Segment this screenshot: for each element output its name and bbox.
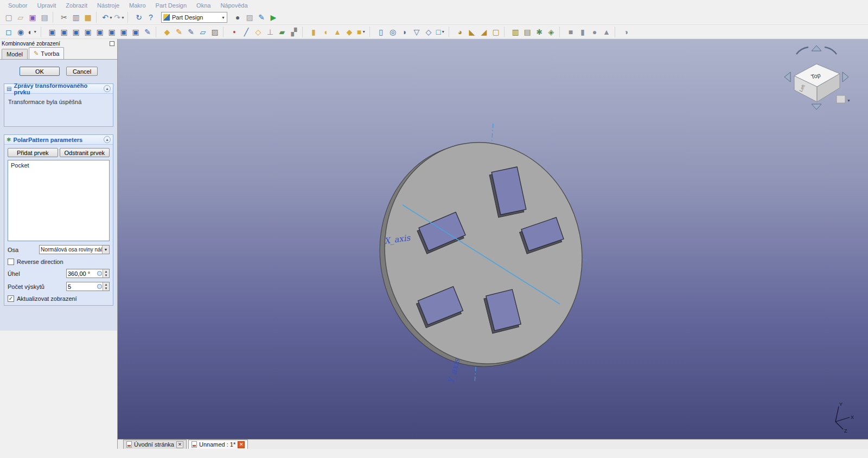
right-view-icon[interactable]: ▣: [94, 26, 106, 38]
collapse-icon[interactable]: ▴: [104, 136, 111, 143]
additive-loft-icon[interactable]: ▲: [331, 26, 343, 38]
hole-icon[interactable]: ◎: [387, 26, 399, 38]
new-file-icon[interactable]: ▢: [3, 11, 15, 23]
subtractive-loft-icon[interactable]: ▽: [411, 26, 423, 38]
collapse-icon[interactable]: ▴: [104, 85, 111, 92]
additive-pipe-icon[interactable]: ◆: [343, 26, 355, 38]
save-icon[interactable]: ▣: [27, 11, 39, 23]
document-tab[interactable]: Úvodní stránka✕: [123, 440, 187, 449]
primitive-box-icon[interactable]: ■: [565, 26, 577, 38]
ok-button[interactable]: OK: [20, 67, 60, 76]
cut-icon[interactable]: ✂: [58, 11, 70, 23]
checkbox-icon[interactable]: [8, 259, 14, 265]
bottom-view-icon[interactable]: ▣: [118, 26, 130, 38]
add-feature-button[interactable]: Přidat prvek: [8, 148, 58, 157]
datum-line-icon[interactable]: ╱: [240, 26, 252, 38]
expression-icon[interactable]: [97, 284, 102, 289]
front-view-icon[interactable]: ▣: [70, 26, 82, 38]
undo-icon[interactable]: ↶▼: [101, 11, 113, 23]
panel-float-button[interactable]: [110, 41, 114, 46]
navcube-settings-button[interactable]: [837, 95, 845, 103]
pocket-icon[interactable]: ▯: [375, 26, 387, 38]
print-icon[interactable]: ▤: [39, 11, 50, 23]
thickness-icon[interactable]: ▢: [490, 26, 502, 38]
subtractive-primitive-icon[interactable]: □▼: [435, 26, 446, 38]
fillet-icon[interactable]: ◕: [454, 26, 466, 38]
polar-pattern-icon[interactable]: ✱: [533, 26, 545, 38]
navcube-up-arrow[interactable]: [812, 46, 821, 51]
shape-binder-icon[interactable]: ▰: [276, 26, 288, 38]
navcube-down-arrow[interactable]: [812, 104, 821, 109]
3d-viewport[interactable]: X_axis Y_axis Top Left ▼: [118, 39, 868, 439]
close-icon[interactable]: ✕: [176, 441, 183, 448]
draw-style-icon[interactable]: ◐▼: [27, 26, 39, 38]
close-icon[interactable]: ✕: [238, 441, 245, 448]
whats-this-icon[interactable]: ?: [145, 11, 157, 23]
material-sphere-icon[interactable]: ●: [232, 11, 244, 23]
menu-item[interactable]: Okna: [192, 1, 215, 10]
chevron-down-icon[interactable]: ▼: [102, 246, 109, 254]
left-view-icon[interactable]: ▣: [130, 26, 142, 38]
spin-down-icon[interactable]: ▼: [103, 274, 109, 278]
polar-pattern-section-header[interactable]: ✱ PolarPattern parameters ▴: [4, 135, 113, 145]
isometric-view-icon[interactable]: ▣: [58, 26, 70, 38]
open-file-icon[interactable]: ▱: [15, 11, 27, 23]
document-tab[interactable]: Unnamed : 1*✕: [188, 440, 248, 449]
expression-icon[interactable]: [97, 271, 102, 276]
spin-up-icon[interactable]: ▲: [103, 269, 109, 274]
menu-item[interactable]: Upravit: [32, 1, 61, 10]
datum-point-icon[interactable]: •: [228, 26, 240, 38]
linear-pattern-icon[interactable]: ▤: [521, 26, 533, 38]
boolean-icon[interactable]: ◑: [620, 26, 632, 38]
macro-editor-icon[interactable]: ✎: [256, 11, 267, 23]
clone-icon[interactable]: ▞: [288, 26, 300, 38]
draft-icon[interactable]: ◢: [478, 26, 490, 38]
top-view-icon[interactable]: ▣: [82, 26, 94, 38]
spin-up-icon[interactable]: ▲: [103, 282, 109, 287]
cancel-button[interactable]: Cancel: [66, 67, 98, 76]
edit-sketch-icon[interactable]: ✎: [185, 26, 197, 38]
chamfer-icon[interactable]: ◣: [466, 26, 478, 38]
navcube-left-arrow[interactable]: [784, 72, 790, 82]
menu-item[interactable]: Makro: [124, 1, 151, 10]
menu-item[interactable]: Soubor: [3, 1, 32, 10]
menu-item[interactable]: Nápověda: [215, 1, 252, 10]
rear-view-icon[interactable]: ▣: [106, 26, 118, 38]
angle-spinbox[interactable]: ▲▼: [66, 269, 110, 278]
refresh-icon[interactable]: ↻: [133, 11, 145, 23]
copy-icon[interactable]: ▥: [70, 11, 82, 23]
navcube-rotate-ccw-arrow[interactable]: [796, 47, 808, 54]
messages-section-header[interactable]: ▤ Zprávy transformovaného prvku ▴: [4, 84, 113, 94]
fit-all-icon[interactable]: ▣: [46, 26, 58, 38]
menu-item[interactable]: Nástroje: [92, 1, 124, 10]
workbench-selector[interactable]: Part Design ▼: [161, 12, 227, 23]
feature-list-item[interactable]: Pocket: [11, 162, 106, 169]
zoom-icon[interactable]: ◉: [15, 26, 27, 38]
checkbox-icon[interactable]: ✓: [8, 295, 14, 302]
redo-icon[interactable]: ↷▼: [113, 11, 125, 23]
spin-down-icon[interactable]: ▼: [103, 287, 109, 291]
angle-input[interactable]: [67, 270, 97, 277]
map-sketch-icon[interactable]: ▱: [197, 26, 209, 38]
revolution-icon[interactable]: ◖: [320, 26, 331, 38]
create-sketch-icon[interactable]: ✎: [173, 26, 185, 38]
remove-feature-button[interactable]: Odstranit prvek: [60, 148, 110, 157]
feature-list[interactable]: Pocket: [8, 160, 110, 241]
create-body-icon[interactable]: ◆: [161, 26, 173, 38]
tab-tvorba[interactable]: ✎ Tvorba: [29, 47, 64, 59]
primitive-sphere-icon[interactable]: ●: [589, 26, 601, 38]
multitransform-icon[interactable]: ◈: [545, 26, 557, 38]
select-area-icon[interactable]: ◻: [3, 26, 15, 38]
appearance-box-icon[interactable]: ▨: [244, 11, 256, 23]
angle-spin-buttons[interactable]: ▲▼: [103, 269, 109, 278]
primitive-cone-icon[interactable]: ▲: [601, 26, 612, 38]
pad-icon[interactable]: ▮: [308, 26, 320, 38]
navcube-right-arrow[interactable]: [843, 72, 848, 82]
validate-sketch-icon[interactable]: ▨: [209, 26, 221, 38]
subtractive-pipe-icon[interactable]: ◇: [423, 26, 435, 38]
occurrences-spin-buttons[interactable]: ▲▼: [103, 282, 109, 291]
navigation-cube[interactable]: Top Left ▼: [784, 46, 851, 109]
axis-select[interactable]: Normálová osa roviny náčrtu ▼: [39, 245, 110, 254]
chevron-down-icon[interactable]: ▼: [847, 99, 851, 102]
occurrences-spinbox[interactable]: ▲▼: [66, 282, 110, 291]
